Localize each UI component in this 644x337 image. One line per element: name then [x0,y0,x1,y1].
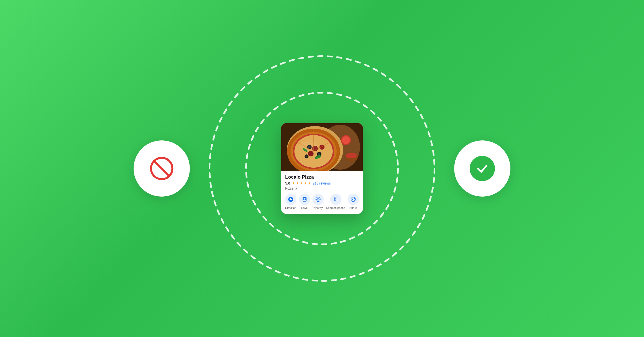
no-icon [149,156,174,181]
reviews-count: 213 reviews [313,181,331,185]
svg-point-25 [346,153,357,158]
check-icon [475,161,489,176]
stars-container: ★ ★ ★ ★ ★ [292,181,311,185]
star-5: ★ [308,181,311,185]
pizza-illustration [281,123,363,171]
star-2: ★ [296,181,299,185]
svg-point-29 [301,140,318,151]
action-save[interactable]: Save [299,194,310,210]
direction-icon [288,197,294,202]
svg-line-3 [154,161,169,176]
restaurant-name: Localo Pizza [285,174,359,180]
share-icon-circle [348,194,359,205]
action-share[interactable]: Share [348,194,359,210]
svg-point-23 [342,136,350,144]
save-icon-circle [299,194,310,205]
nearby-icon-circle [312,194,324,205]
category-label: Pizzeria [285,186,359,190]
pizza-image [281,123,363,171]
share-label: Share [350,206,357,210]
svg-point-16 [306,156,308,158]
send-on-phone-label: Send on phone [326,206,345,210]
save-icon [302,197,307,202]
send-on-phone-icon-circle [330,194,341,205]
rating-row: 5.0 ★ ★ ★ ★ ★ 213 reviews [285,181,359,185]
star-3: ★ [300,181,303,185]
nearby-label: Nearby [314,206,323,210]
card-body: Localo Pizza 5.0 ★ ★ ★ ★ ★ 213 reviews P… [281,171,363,214]
svg-point-14 [318,153,320,155]
main-scene: Localo Pizza 5.0 ★ ★ ★ ★ ★ 213 reviews P… [125,42,519,295]
star-4: ★ [304,181,307,185]
star-1: ★ [292,181,295,185]
rating-number: 5.0 [285,181,290,185]
left-circle-button[interactable] [134,140,190,197]
check-icon-background [470,156,495,181]
right-circle-button[interactable] [454,140,510,197]
phone-icon [333,197,339,202]
svg-point-34 [317,199,319,200]
share-icon [350,197,356,202]
action-nearby[interactable]: Nearby [312,194,324,210]
svg-point-19 [308,151,314,156]
direction-icon-circle [285,194,296,205]
action-send-on-phone[interactable]: Send on phone [326,194,345,210]
direction-label: Direction [285,206,296,210]
svg-line-45 [352,199,354,199]
actions-row: Direction Save [285,194,359,210]
action-direction[interactable]: Direction [285,194,296,210]
save-label: Save [301,206,308,210]
svg-line-46 [352,200,354,200]
pizza-card: Localo Pizza 5.0 ★ ★ ★ ★ ★ 213 reviews P… [281,123,363,214]
nearby-icon [315,197,321,202]
